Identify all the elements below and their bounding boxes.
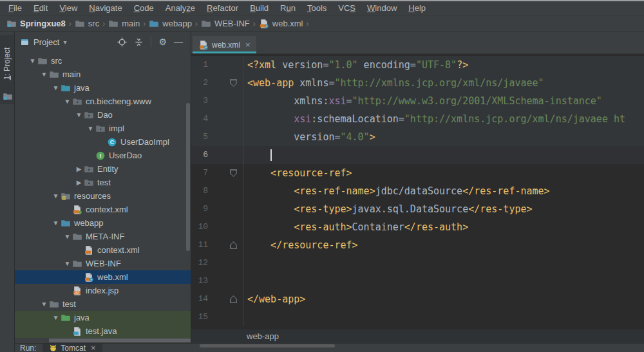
menu-build[interactable]: Build [244,3,274,13]
tab-web-xml[interactable]: web.xml × [193,36,256,53]
tree-item-java[interactable]: ▼java [15,311,191,324]
tree-item-context-xml[interactable]: context.xml [15,243,191,257]
folder-icon [49,69,59,80]
expand-arrow-open-icon[interactable]: ▼ [51,314,61,321]
fold-marker-down-icon[interactable] [230,169,237,177]
tree-item-web-inf[interactable]: ▼WEB-INF [15,257,191,270]
tree-item-test-java[interactable]: test.java [15,324,191,338]
code-line-12[interactable]: 12 [191,254,644,272]
menu-help[interactable]: Help [402,3,431,13]
tree-item-web-xml[interactable]: web.xml [15,270,191,284]
code-line-11[interactable]: 11 </resource-ref> [191,236,644,254]
expand-arrow-open-icon[interactable]: ▼ [62,260,72,267]
menu-view[interactable]: View [53,3,83,13]
code-line-15[interactable]: 15 [191,308,644,326]
tree-vertical-scrollbar[interactable] [186,103,190,251]
fold-marker-up-icon[interactable] [230,241,237,249]
expand-arrow-open-icon[interactable]: ▼ [39,301,49,308]
tree-item-impl[interactable]: ▼impl [15,122,191,135]
active-tab-indicator [193,51,256,53]
editor-horizontal-scrollbar[interactable] [200,344,335,347]
code-line-10[interactable]: 10 <res-auth>Container</res-auth> [191,218,644,236]
menu-refactor[interactable]: Refactor [201,3,244,13]
expand-arrow-open-icon[interactable]: ▼ [51,192,61,199]
tool-button-project[interactable]: 1: Project [0,35,14,104]
close-icon[interactable]: × [245,40,251,50]
crumb-main[interactable]: main [108,19,140,29]
expand-arrow-open-icon[interactable]: ▼ [51,219,61,227]
code-line-7[interactable]: 7 <resource-ref> [191,164,644,182]
menu-window[interactable]: Window [361,3,402,13]
expand-arrow-open-icon[interactable]: ▼ [74,111,84,118]
tree-item-test[interactable]: ▶test [15,176,191,189]
tree-item-meta-inf[interactable]: ▼META-INF [15,230,191,243]
settings-icon[interactable]: ⚙ [158,37,167,47]
code-line-14[interactable]: 14</web-app> [191,290,644,308]
code-line-5[interactable]: 5 version="4.0"> [191,128,644,146]
project-icon [6,19,17,29]
tree-item-webapp[interactable]: ▼webapp [15,216,191,230]
tree-item-index-jsp[interactable]: JSPindex.jsp [15,284,191,297]
crumb-web-xml[interactable]: web.xml [258,19,304,29]
expand-arrow-closed-icon[interactable]: ▶ [74,179,84,186]
code-line-4[interactable]: 4 xsi:schemaLocation="http://xmlns.jcp.o… [191,110,644,128]
menu-code[interactable]: Code [128,3,160,13]
crumb-springxue8[interactable]: Springxue8 [6,19,66,29]
tree-item-src[interactable]: ▼src [15,54,191,68]
menu-file[interactable]: File [3,3,28,13]
expand-arrow-open-icon[interactable]: ▼ [51,84,61,91]
tree-item-context-xml[interactable]: context.xml [15,203,191,216]
code-line-3[interactable]: 3 xmlns:xsi="http://www.w3.org/2001/XMLS… [191,92,644,110]
tool-button-structure[interactable]: Structure [0,290,14,352]
code-line-9[interactable]: 9 <res-type>javax.sql.DataSource</res-ty… [191,200,644,218]
expand-arrow-open-icon[interactable]: ▼ [39,71,49,78]
project-panel-title[interactable]: Project [33,37,59,47]
tree-item-java[interactable]: ▼java [15,81,191,95]
crumb-src[interactable]: src [74,19,100,29]
line-number: 12 [191,254,208,272]
menu-vcs[interactable]: VCS [332,3,361,13]
collapse-all-icon[interactable] [134,37,144,47]
tree-item-cn-biecheng-www[interactable]: ▼cn.biecheng.www [15,95,191,108]
tree-horizontal-scrollbar[interactable] [49,338,191,342]
tree-item-entity[interactable]: ▶Entity [15,162,191,176]
tree-item-resources[interactable]: ▼resources [15,189,191,203]
tree-item-main[interactable]: ▼main [15,68,191,81]
code-line-8[interactable]: 8 <res-ref-name>jdbc/dataSource</res-ref… [191,182,644,200]
code-text: <resource-ref> [243,164,352,182]
expand-arrow-open-icon[interactable]: ▼ [86,125,95,132]
fold-marker-up-icon[interactable] [230,295,237,303]
expand-arrow-open-icon[interactable]: ▼ [62,233,72,240]
crumb-web-inf[interactable]: WEB-INF [200,19,251,29]
expand-arrow-closed-icon[interactable]: ▶ [74,165,84,172]
locate-icon[interactable] [117,37,127,47]
menu-tools[interactable]: Tools [301,3,332,13]
run-tab-tomcat[interactable]: Tomcat × [43,344,102,352]
chevron-down-icon[interactable]: ▾ [63,39,66,46]
code-line-6[interactable]: 6 [191,146,644,164]
folder-icon [49,299,59,310]
code-line-1[interactable]: 1<?xml version="1.0" encoding="UTF-8"?> [191,56,644,74]
code-editor[interactable]: 1<?xml version="1.0" encoding="UTF-8"?>2… [191,54,644,329]
menu-analyze[interactable]: Analyze [160,3,201,13]
close-icon[interactable]: × [91,343,96,352]
folder-icon [201,19,211,29]
tree-item-test[interactable]: ▼test [15,297,191,311]
tree-item-dao[interactable]: ▼Dao [15,108,191,122]
ide-window: { "menu_bar": {"items": [ {"label":"File… [0,0,644,352]
code-line-13[interactable]: 13 [191,272,644,290]
menu-navigate[interactable]: Navigate [83,3,128,13]
menu-edit[interactable]: Edit [28,3,53,13]
expand-arrow-open-icon[interactable]: ▼ [62,98,72,105]
tree-item-userdaoimpl[interactable]: CUserDaoImpl [15,135,191,149]
crumb-webapp[interactable]: webapp [148,19,193,29]
code-line-2[interactable]: 2<web-app xmlns="http://xmlns.jcp.org/xm… [191,74,644,92]
fold-marker-down-icon[interactable] [230,79,237,87]
editor-tab-bar: web.xml × [191,32,644,54]
hide-icon[interactable]: — [174,37,183,47]
expand-arrow-open-icon[interactable]: ▼ [28,57,37,64]
breadcrumb-web-app[interactable]: web-app [247,331,279,341]
menu-run[interactable]: Run [274,3,301,13]
tree-item-userdao[interactable]: IUserDao [15,149,191,162]
jsp-icon: JSP [72,286,82,296]
